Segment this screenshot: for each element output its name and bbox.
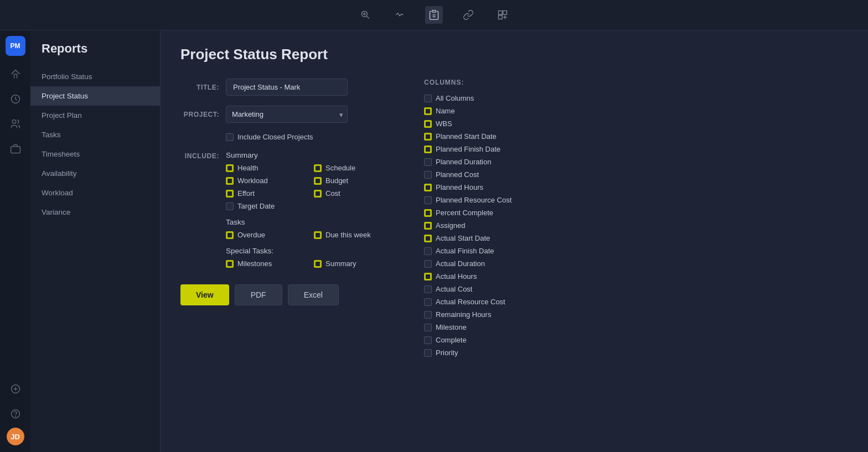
title-row: TITLE:: [180, 79, 391, 96]
health-cb-box: [226, 164, 234, 172]
col-wbs-cb: [424, 120, 432, 128]
page-title: Project Status Report: [180, 46, 848, 63]
col-actual-duration[interactable]: Actual Duration: [424, 259, 843, 268]
project-select[interactable]: Marketing Development Design Operations: [226, 106, 348, 123]
col-actual-finish-date[interactable]: Actual Finish Date: [424, 247, 843, 255]
col-actual-cost[interactable]: Actual Cost: [424, 285, 843, 293]
col-actual-resource-cost-label: Actual Resource Cost: [436, 298, 505, 306]
sidebar-item-portfolio-status[interactable]: Portfolio Status: [30, 67, 160, 86]
col-planned-start-date[interactable]: Planned Start Date: [424, 132, 843, 141]
milestones-label: Milestones: [237, 259, 272, 268]
sidebar-item-project-plan[interactable]: Project Plan: [30, 106, 160, 125]
workload-checkbox[interactable]: Workload: [226, 176, 303, 185]
budget-checkbox[interactable]: Budget: [314, 176, 391, 185]
col-name[interactable]: Name: [424, 107, 843, 115]
include-closed-checkbox[interactable]: Include Closed Projects: [226, 133, 313, 141]
col-planned-hours-cb: [424, 184, 432, 191]
col-actual-resource-cost[interactable]: Actual Resource Cost: [424, 298, 843, 306]
sidebar-item-tasks[interactable]: Tasks: [30, 125, 160, 144]
col-planned-resource-cost[interactable]: Planned Resource Cost: [424, 196, 843, 204]
title-label: TITLE:: [180, 84, 219, 91]
effort-cb-box: [226, 190, 234, 198]
col-actual-hours[interactable]: Actual Hours: [424, 272, 843, 280]
col-priority[interactable]: Priority: [424, 349, 843, 357]
link-icon[interactable]: [459, 6, 477, 24]
col-actual-start-date[interactable]: Actual Start Date: [424, 234, 843, 242]
sidebar-item-variance[interactable]: Variance: [30, 202, 160, 222]
tasks-spacer: [180, 218, 219, 219]
health-checkbox[interactable]: Health: [226, 164, 303, 172]
col-planned-finish-date[interactable]: Planned Finish Date: [424, 145, 843, 153]
col-assigned[interactable]: Assigned: [424, 221, 843, 230]
schedule-checkbox[interactable]: Schedule: [314, 164, 391, 172]
due-this-week-checkbox[interactable]: Due this week: [314, 231, 391, 239]
help-icon[interactable]: [4, 403, 27, 425]
special-tasks-title: Special Tasks:: [226, 247, 391, 255]
col-percent-complete-cb: [424, 209, 432, 217]
activity-icon[interactable]: [391, 6, 409, 24]
sidebar-home-icon[interactable]: [4, 63, 27, 85]
col-actual-duration-label: Actual Duration: [436, 259, 485, 268]
col-remaining-hours[interactable]: Remaining Hours: [424, 310, 843, 319]
summary-tasks-label: Summary: [326, 259, 356, 268]
col-planned-cost[interactable]: Planned Cost: [424, 170, 843, 179]
col-complete-cb: [424, 336, 432, 344]
add-icon[interactable]: [4, 378, 27, 400]
milestones-checkbox[interactable]: Milestones: [226, 259, 303, 268]
col-planned-duration[interactable]: Planned Duration: [424, 158, 843, 166]
pdf-button[interactable]: PDF: [235, 284, 282, 305]
col-planned-duration-label: Planned Duration: [436, 158, 491, 166]
schedule-cb-box: [314, 164, 322, 172]
avatar[interactable]: JD: [7, 428, 24, 445]
col-percent-complete[interactable]: Percent Complete: [424, 209, 843, 217]
sidebar-history-icon[interactable]: [4, 88, 27, 110]
columns-label: COLUMNS:: [424, 79, 848, 86]
excel-button[interactable]: Excel: [288, 284, 339, 305]
col-percent-complete-label: Percent Complete: [436, 209, 493, 217]
effort-label: Effort: [237, 189, 255, 198]
include-closed-cb-box: [226, 133, 234, 141]
main-content: Project Status Report TITLE: PROJECT: Ma…: [161, 30, 868, 452]
form-section: TITLE: PROJECT: Marketing Development De…: [180, 79, 848, 357]
col-all-columns-label: All Columns: [436, 94, 474, 102]
special-tasks-row: Special Tasks: Milestones Summary: [180, 247, 391, 268]
col-planned-hours[interactable]: Planned Hours: [424, 183, 843, 191]
col-milestone[interactable]: Milestone: [424, 323, 843, 331]
sidebar-item-availability[interactable]: Availability: [30, 164, 160, 183]
col-priority-label: Priority: [436, 349, 458, 357]
summary-tasks-checkbox[interactable]: Summary: [314, 259, 391, 268]
col-milestone-cb: [424, 324, 432, 331]
overdue-checkbox[interactable]: Overdue: [226, 231, 303, 239]
svg-point-19: [15, 416, 16, 417]
sidebar-users-icon[interactable]: [4, 113, 27, 135]
view-button[interactable]: View: [180, 284, 229, 305]
col-all-columns[interactable]: All Columns: [424, 94, 843, 102]
sidebar-briefcase-icon[interactable]: [4, 138, 27, 160]
col-complete[interactable]: Complete: [424, 336, 843, 344]
include-closed-label: Include Closed Projects: [237, 133, 313, 141]
svg-rect-14: [11, 147, 20, 153]
col-planned-finish-date-label: Planned Finish Date: [436, 145, 500, 153]
due-this-week-label: Due this week: [326, 231, 371, 239]
layout-icon[interactable]: [494, 6, 512, 24]
pm-logo[interactable]: PM: [6, 36, 25, 56]
col-wbs[interactable]: WBS: [424, 120, 843, 128]
title-input[interactable]: [226, 79, 348, 96]
col-planned-cost-label: Planned Cost: [436, 170, 479, 179]
effort-checkbox[interactable]: Effort: [226, 189, 303, 198]
main-layout: PM: [0, 30, 868, 452]
col-actual-start-date-label: Actual Start Date: [436, 234, 490, 242]
target-date-checkbox[interactable]: Target Date: [226, 202, 303, 210]
col-planned-start-date-cb: [424, 133, 432, 141]
tasks-checkbox-grid: Overdue Due this week: [226, 231, 391, 239]
col-actual-finish-date-cb: [424, 247, 432, 255]
milestones-cb-box: [226, 260, 234, 268]
sidebar-item-timesheets[interactable]: Timesheets: [30, 144, 160, 164]
search-zoom-icon[interactable]: [356, 6, 374, 24]
columns-section: COLUMNS: All Columns Name WBS: [424, 79, 848, 357]
sidebar-item-project-status[interactable]: Project Status: [30, 86, 160, 106]
clipboard-icon[interactable]: [425, 6, 443, 24]
sidebar-item-workload[interactable]: Workload: [30, 183, 160, 202]
cost-checkbox[interactable]: Cost: [314, 189, 391, 198]
tasks-content: Tasks Overdue Due this week: [226, 218, 391, 239]
